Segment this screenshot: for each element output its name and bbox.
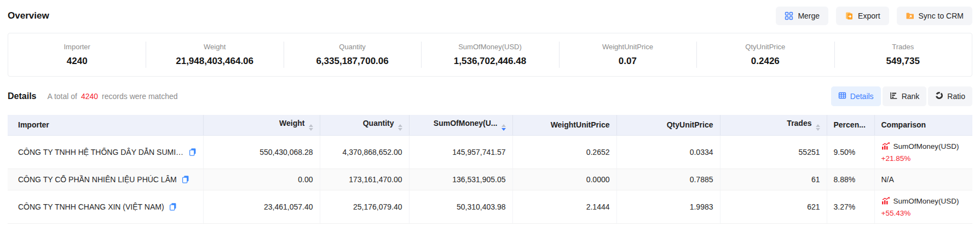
table-header-row: ImporterWeightQuantitySumOfMoney(U...Wei…	[8, 115, 972, 135]
column-label: WeightUnitPrice	[551, 120, 610, 129]
sum-of-money-cell: 136,531,905.05	[409, 169, 512, 190]
column-label: Quantity	[363, 119, 394, 128]
sort-arrows-icon[interactable]	[816, 124, 820, 131]
column-label: Weight	[279, 119, 304, 128]
importer-cell: CÔNG TY TNHH CHANG XIN (VIỆT NAM)	[8, 190, 203, 223]
summary-suffix: records were matched	[102, 92, 178, 101]
column-header-quantity[interactable]: Quantity	[320, 115, 409, 135]
sync-crm-icon	[906, 11, 914, 20]
details-title: Details	[8, 91, 36, 101]
percent-cell: 3.27%	[827, 190, 874, 223]
weight-unit-price-cell: 0.0000	[512, 169, 616, 190]
details-table: ImporterWeightQuantitySumOfMoney(U...Wei…	[8, 115, 972, 224]
comparison-cell: SumOfMoney(USD)+55.43%	[874, 190, 972, 223]
tab-rank-label: Rank	[902, 92, 920, 101]
page-title: Overview	[8, 10, 49, 21]
stat-value: 549,735	[834, 56, 972, 67]
tab-rank[interactable]: Rank	[883, 86, 927, 106]
importer-cell: CÔNG TY TNHH HỆ THỐNG DÂY DẪN SUMI ...	[8, 135, 203, 169]
column-label: Percen...	[834, 120, 866, 129]
stat-qtyunitprice: QtyUnitPrice0.2426	[696, 40, 834, 69]
quantity-cell: 173,161,470.00	[320, 169, 409, 190]
percent-cell: 9.50%	[827, 135, 874, 169]
merge-button[interactable]: Merge	[776, 7, 828, 25]
merge-icon	[785, 11, 793, 20]
sum-of-money-cell: 50,310,403.98	[409, 190, 512, 223]
stat-importer: Importer4240	[8, 40, 146, 69]
column-header-weight[interactable]: Weight	[203, 115, 320, 135]
export-icon	[845, 11, 854, 20]
comparison-cell: N/A	[874, 169, 972, 190]
sort-arrows-icon[interactable]	[398, 124, 402, 131]
stat-value: 1,536,702,446.48	[421, 56, 558, 67]
tab-details[interactable]: Details	[831, 86, 881, 106]
stat-value: 4240	[8, 56, 146, 67]
merge-button-label: Merge	[798, 11, 820, 20]
column-header-comparison: Comparison	[874, 115, 972, 135]
weight-cell: 23,461,057.40	[203, 190, 320, 223]
column-label: Trades	[787, 119, 811, 128]
table-row: CÔNG TY TNHH CHANG XIN (VIỆT NAM)23,461,…	[8, 190, 972, 223]
export-button[interactable]: Export	[836, 7, 889, 25]
sort-arrows-icon[interactable]	[501, 124, 506, 131]
stat-label: SumOfMoney(USD)	[421, 43, 558, 51]
stat-weight: Weight21,948,403,464.06	[146, 40, 283, 69]
stat-quantity: Quantity6,335,187,700.06	[284, 40, 421, 69]
copy-icon[interactable]	[169, 202, 177, 211]
details-bar: Details A total of4240records were match…	[8, 85, 972, 107]
sum-of-money-cell: 145,957,741.57	[409, 135, 512, 169]
summary-prefix: A total of	[47, 92, 77, 101]
view-tabs: Details Rank Ratio	[831, 86, 972, 106]
stat-sumofmoney-usd-: SumOfMoney(USD)1,536,702,446.48	[421, 40, 558, 69]
percent-cell: 8.88%	[827, 169, 874, 190]
tab-ratio[interactable]: Ratio	[928, 86, 972, 106]
column-label: Importer	[18, 120, 49, 129]
copy-icon[interactable]	[189, 148, 197, 156]
column-header-weightunitprice: WeightUnitPrice	[512, 115, 616, 135]
trades-cell: 55251	[720, 135, 827, 169]
weight-unit-price-cell: 2.1444	[512, 190, 616, 223]
topbar-actions: Merge Export Sync to CRM	[776, 7, 972, 25]
column-header-percen-: Percen...	[827, 115, 874, 135]
tab-ratio-label: Ratio	[947, 92, 965, 101]
records-summary: A total of4240records were matched	[47, 92, 177, 101]
comparison-na: N/A	[881, 175, 894, 184]
stat-label: Quantity	[284, 43, 421, 51]
sync-to-crm-button[interactable]: Sync to CRM	[897, 7, 972, 25]
stat-label: Weight	[146, 43, 283, 51]
comparison-change: +55.43%	[881, 209, 966, 217]
overview-stats-card: Importer4240Weight21,948,403,464.06Quant…	[8, 33, 972, 77]
qty-unit-price-cell: 0.7885	[616, 169, 720, 190]
rank-icon	[890, 91, 898, 101]
stat-weightunitprice: WeightUnitPrice0.07	[559, 40, 696, 69]
weight-cell: 550,430,068.28	[203, 135, 320, 169]
importer-name: CÔNG TY TNHH CHANG XIN (VIỆT NAM)	[18, 202, 164, 211]
qty-unit-price-cell: 1.9983	[616, 190, 720, 223]
column-header-sumofmoney-u-[interactable]: SumOfMoney(U...	[409, 115, 512, 135]
stat-value: 21,948,403,464.06	[146, 56, 283, 67]
column-label: QtyUnitPrice	[667, 120, 713, 129]
column-header-trades[interactable]: Trades	[720, 115, 827, 135]
comparison-metric: SumOfMoney(USD)	[893, 197, 959, 205]
sync-to-crm-button-label: Sync to CRM	[919, 11, 964, 20]
page: Overview Merge Export Sync to CRM	[0, 5, 980, 224]
importer-name: CÔNG TY CỔ PHẦN NHIÊN LIỆU PHÚC LÂM	[18, 175, 177, 184]
stat-trades: Trades549,735	[834, 40, 972, 69]
weight-cell: 0.00	[203, 169, 320, 190]
weight-unit-price-cell: 0.2652	[512, 135, 616, 169]
comparison-metric: SumOfMoney(USD)	[893, 142, 959, 150]
copy-icon[interactable]	[182, 175, 189, 183]
comparison-change: +21.85%	[881, 154, 966, 163]
table-icon	[838, 91, 846, 101]
table-row: CÔNG TY TNHH HỆ THỐNG DÂY DẪN SUMI ...55…	[8, 135, 972, 169]
importer-cell: CÔNG TY CỔ PHẦN NHIÊN LIỆU PHÚC LÂM	[8, 169, 203, 190]
matched-count: 4240	[81, 92, 98, 101]
ratio-icon	[935, 91, 943, 101]
comparison-cell: SumOfMoney(USD)+21.85%	[874, 135, 972, 169]
trades-cell: 61	[720, 169, 827, 190]
trend-up-icon	[881, 196, 890, 206]
quantity-cell: 25,176,079.40	[320, 190, 409, 223]
sort-arrows-icon[interactable]	[309, 124, 313, 131]
trades-cell: 621	[720, 190, 827, 223]
stat-value: 0.07	[559, 56, 696, 67]
